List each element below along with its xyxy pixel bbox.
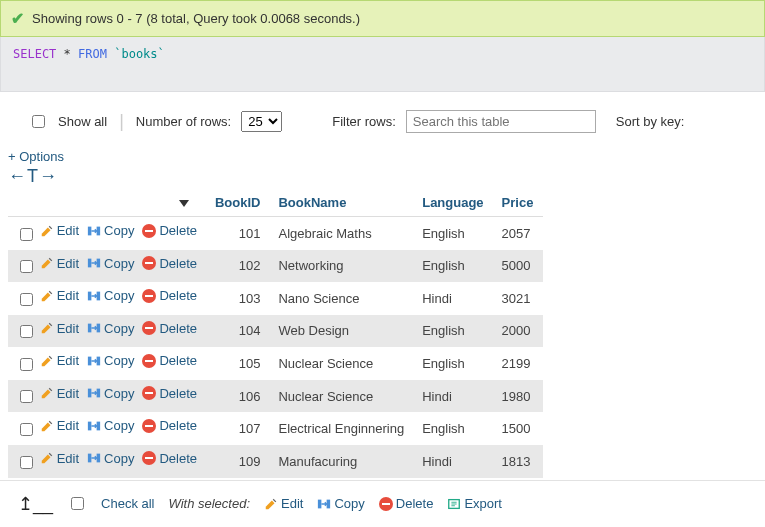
footer-copy-button[interactable]: Copy <box>317 496 364 511</box>
copy-icon <box>87 419 101 433</box>
copy-button[interactable]: Copy <box>87 223 134 238</box>
pencil-icon <box>40 419 54 433</box>
edit-button[interactable]: Edit <box>40 321 79 336</box>
table-row: EditCopyDelete106Nuclear ScienceHindi198… <box>8 380 543 413</box>
num-rows-select[interactable]: 25 <box>241 111 282 132</box>
col-bookname[interactable]: BookName <box>270 191 414 217</box>
delete-button[interactable]: Delete <box>142 288 197 303</box>
pencil-icon <box>40 224 54 238</box>
footer-delete-button[interactable]: Delete <box>379 496 434 511</box>
row-checkbox[interactable] <box>20 293 33 306</box>
row-actions: EditCopyDelete <box>8 282 207 315</box>
footer-edit-button[interactable]: Edit <box>264 496 303 511</box>
show-all-checkbox[interactable] <box>32 115 45 128</box>
row-actions: EditCopyDelete <box>8 217 207 250</box>
edit-button[interactable]: Edit <box>40 353 79 368</box>
copy-button[interactable]: Copy <box>87 256 134 271</box>
delete-button[interactable]: Delete <box>142 321 197 336</box>
edit-button[interactable]: Edit <box>40 451 79 466</box>
edit-button[interactable]: Edit <box>40 223 79 238</box>
sql-from: FROM <box>78 47 107 61</box>
pencil-icon <box>264 497 278 511</box>
delete-icon <box>142 419 156 433</box>
check-all-checkbox[interactable] <box>71 497 84 510</box>
cell-bookid: 101 <box>207 217 271 250</box>
arrow-up-icon: ↥__ <box>18 493 53 515</box>
copy-icon <box>87 224 101 238</box>
cell-language: Hindi <box>414 380 493 413</box>
cell-language: Hindi <box>414 282 493 315</box>
check-all-link[interactable]: Check all <box>101 496 154 511</box>
copy-button[interactable]: Copy <box>87 321 134 336</box>
copy-icon <box>87 451 101 465</box>
edit-button[interactable]: Edit <box>40 418 79 433</box>
cell-price: 2199 <box>494 347 544 380</box>
delete-icon <box>142 289 156 303</box>
row-checkbox[interactable] <box>20 423 33 436</box>
cell-language: Hindi <box>414 445 493 478</box>
footer-export-button[interactable]: Export <box>447 496 502 511</box>
edit-button[interactable]: Edit <box>40 386 79 401</box>
row-checkbox[interactable] <box>20 456 33 469</box>
row-checkbox[interactable] <box>20 228 33 241</box>
row-checkbox[interactable] <box>20 260 33 273</box>
edit-button[interactable]: Edit <box>40 288 79 303</box>
caret-down-icon[interactable] <box>179 200 189 207</box>
cell-price: 2057 <box>494 217 544 250</box>
num-rows-label: Number of rows: <box>136 114 231 129</box>
cell-bookid: 103 <box>207 282 271 315</box>
copy-icon <box>87 354 101 368</box>
options-link[interactable]: + Options <box>0 143 765 166</box>
svg-rect-2 <box>88 259 92 268</box>
filter-rows-label: Filter rows: <box>332 114 396 129</box>
delete-button[interactable]: Delete <box>142 386 197 401</box>
svg-rect-8 <box>88 356 92 365</box>
col-bookid[interactable]: BookID <box>207 191 271 217</box>
sort-arrows[interactable]: ←T→ <box>0 166 765 191</box>
row-checkbox[interactable] <box>20 390 33 403</box>
col-price[interactable]: Price <box>494 191 544 217</box>
copy-button[interactable]: Copy <box>87 451 134 466</box>
controls-bar: Show all | Number of rows: 25 Filter row… <box>0 92 765 143</box>
pencil-icon <box>40 451 54 465</box>
delete-icon <box>142 354 156 368</box>
copy-button[interactable]: Copy <box>87 288 134 303</box>
sql-table: `books` <box>114 47 165 61</box>
pencil-icon <box>40 256 54 270</box>
cell-language: English <box>414 250 493 283</box>
copy-button[interactable]: Copy <box>87 353 134 368</box>
row-checkbox[interactable] <box>20 325 33 338</box>
copy-button[interactable]: Copy <box>87 386 134 401</box>
copy-icon <box>87 386 101 400</box>
success-text: Showing rows 0 - 7 (8 total, Query took … <box>32 11 360 26</box>
delete-button[interactable]: Delete <box>142 451 197 466</box>
footer-bar: ↥__ Check all With selected: Edit Copy D… <box>0 480 765 523</box>
success-message: ✔ Showing rows 0 - 7 (8 total, Query too… <box>0 0 765 37</box>
sort-by-key-label: Sort by key: <box>616 114 685 129</box>
delete-button[interactable]: Delete <box>142 223 197 238</box>
table-row: EditCopyDelete103Nano ScienceHindi3021 <box>8 282 543 315</box>
row-checkbox[interactable] <box>20 358 33 371</box>
pencil-icon <box>40 321 54 335</box>
delete-button[interactable]: Delete <box>142 418 197 433</box>
cell-bookid: 104 <box>207 315 271 348</box>
show-all-label: Show all <box>58 114 107 129</box>
with-selected-label: With selected: <box>169 496 251 511</box>
check-icon: ✔ <box>11 9 24 28</box>
table-row: EditCopyDelete105Nuclear ScienceEnglish2… <box>8 347 543 380</box>
copy-button[interactable]: Copy <box>87 418 134 433</box>
cell-price: 3021 <box>494 282 544 315</box>
filter-rows-input[interactable] <box>406 110 596 133</box>
delete-icon <box>142 256 156 270</box>
row-actions: EditCopyDelete <box>8 315 207 348</box>
delete-icon <box>142 386 156 400</box>
col-language[interactable]: Language <box>414 191 493 217</box>
delete-button[interactable]: Delete <box>142 256 197 271</box>
delete-button[interactable]: Delete <box>142 353 197 368</box>
cell-language: English <box>414 217 493 250</box>
cell-price: 1500 <box>494 412 544 445</box>
table-row: EditCopyDelete104Web DesignEnglish2000 <box>8 315 543 348</box>
cell-bookid: 106 <box>207 380 271 413</box>
delete-icon <box>142 321 156 335</box>
edit-button[interactable]: Edit <box>40 256 79 271</box>
